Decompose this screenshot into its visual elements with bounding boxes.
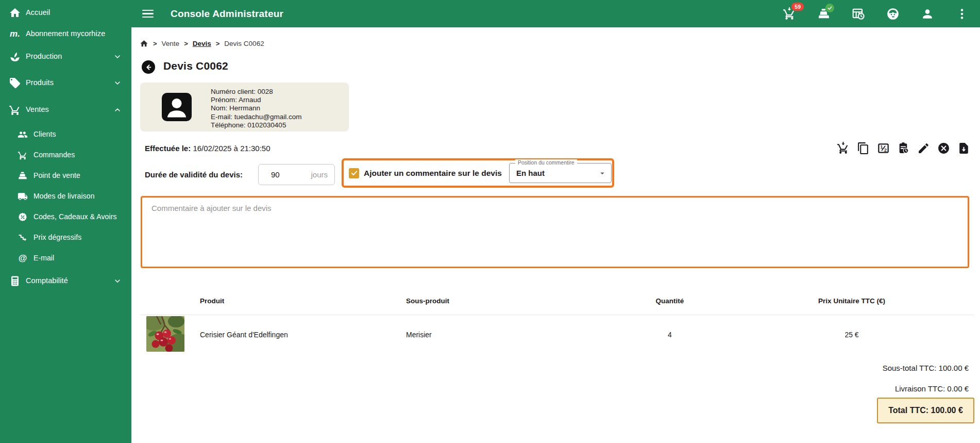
kebab-menu-icon[interactable] <box>955 7 969 21</box>
cart-badge: 59 <box>791 3 804 11</box>
breadcrumb: > Vente > Devis > Devis C0062 <box>140 39 264 48</box>
comment-position-select[interactable]: Position du commentire En haut <box>509 163 612 183</box>
sidebar-item-clients[interactable]: Clients <box>0 128 131 141</box>
check-badge-icon <box>825 4 834 12</box>
sidebar-item-label: Modes de livraison <box>33 192 95 200</box>
customer-lastname: Nom: Herrmann <box>211 104 302 112</box>
mycorhize-logo-icon: m. <box>9 28 21 40</box>
sidebar-item-modes-livraison[interactable]: Modes de livraison <box>0 190 131 203</box>
sidebar-item-codes-cadeaux[interactable]: Codes, Cadeaux & Avoirs <box>0 210 131 224</box>
sidebar-item-production[interactable]: Production <box>0 50 131 63</box>
sidebar-item-comptabilite[interactable]: Comptabilité <box>0 274 131 288</box>
product-image <box>146 316 184 352</box>
sprout-icon <box>9 51 21 63</box>
copy-icon[interactable] <box>857 142 870 155</box>
validity-field: jours <box>258 164 335 185</box>
home-icon <box>9 7 21 19</box>
chevron-up-icon <box>113 106 122 114</box>
breadcrumb-devis[interactable]: Devis <box>193 40 211 47</box>
sidebar-item-accueil[interactable]: Accueil <box>0 6 131 20</box>
chevron-down-icon <box>113 277 122 285</box>
svg-text:1: 1 <box>880 144 883 150</box>
chevron-down-icon <box>113 53 122 61</box>
cell-sub-product: Merisier <box>406 331 432 339</box>
svg-text:2: 2 <box>884 147 887 153</box>
sidebar-item-label: Codes, Cadeaux & Avoirs <box>33 212 117 221</box>
sidebar-item-label: Comptabilité <box>26 276 68 285</box>
sidebar-item-email[interactable]: @ E-mail <box>0 252 131 265</box>
add-comment-label[interactable]: Ajouter un commentaire sur le devis <box>364 169 502 178</box>
total-ttc-box: Total TTC: 100.00 € <box>877 398 974 423</box>
discount-seal-icon <box>18 212 28 222</box>
arrow-left-icon <box>144 63 153 72</box>
cell-unit-price: 25 € <box>800 331 903 339</box>
calendar-clock-icon[interactable] <box>852 7 865 21</box>
at-sign-icon: @ <box>18 253 28 264</box>
menu-icon[interactable] <box>142 10 154 18</box>
sidebar-item-commandes[interactable]: Commandes <box>0 149 131 162</box>
cash-register-icon <box>18 171 28 181</box>
support-agent-icon[interactable] <box>886 7 900 21</box>
pencil-icon[interactable] <box>917 142 930 155</box>
customer-phone: Téléphone: 0102030405 <box>211 121 302 129</box>
file-download-icon[interactable] <box>957 142 970 155</box>
cash-register-icon[interactable] <box>817 7 831 21</box>
sidebar-item-label: Commandes <box>33 151 75 159</box>
cell-quantity: 4 <box>639 331 701 339</box>
clipboard-clock-icon[interactable] <box>897 142 910 155</box>
tag-icon <box>9 77 21 89</box>
comment-toggle-group: Ajouter un commentaire sur le devis Posi… <box>342 158 614 188</box>
people-icon <box>18 129 28 140</box>
breadcrumb-separator: > <box>184 40 188 47</box>
sidebar-item-label: Abonnement mycorhize <box>26 29 105 38</box>
cart-icon <box>9 104 21 116</box>
customer-firstname: Prénom: Arnaud <box>211 96 302 104</box>
validity-days-input[interactable] <box>271 170 307 179</box>
app-title: Console Administrateur <box>171 8 283 20</box>
sidebar-item-prix-degressifs[interactable]: Prix dégressifs <box>0 231 131 244</box>
add-comment-checkbox[interactable] <box>349 168 359 178</box>
breadcrumb-devis-c0062[interactable]: Devis C0062 <box>224 40 264 47</box>
calculator-icon <box>9 275 21 287</box>
created-at-label: Effectuée le: <box>145 144 191 153</box>
comment-textarea[interactable] <box>141 196 969 268</box>
created-at: Effectuée le: 16/02/2025 à 21:30:50 <box>145 144 271 153</box>
check-icon <box>350 169 358 177</box>
stairs-down-icon <box>18 233 28 243</box>
main-content: > Vente > Devis > Devis C0062 Devis C006… <box>131 27 980 443</box>
col-header-produit: Produit <box>200 297 224 305</box>
app-bar: Console Administrateur 59 <box>131 0 980 27</box>
sidebar-item-label: Accueil <box>26 8 50 17</box>
account-icon[interactable] <box>921 7 934 21</box>
fraction-one-half-icon[interactable]: 12 <box>877 142 890 155</box>
page-title: Devis C0062 <box>163 60 228 72</box>
sidebar-item-label: Production <box>26 52 62 60</box>
sidebar-item-label: Prix dégressifs <box>33 233 81 241</box>
sidebar-item-ventes[interactable]: Ventes <box>0 103 131 117</box>
breadcrumb-vente[interactable]: Vente <box>162 40 180 47</box>
back-button[interactable] <box>142 60 155 74</box>
cart-arrow-down-icon[interactable] <box>837 142 850 155</box>
quote-actions: 12 <box>837 142 970 155</box>
created-at-value: 16/02/2025 à 21:30:50 <box>193 144 270 153</box>
col-header-prix: Prix Unitaire TTC (€) <box>800 297 903 305</box>
sidebar-item-label: Clients <box>33 130 56 138</box>
sidebar-item-produits[interactable]: Produits <box>0 76 131 90</box>
validity-label: Durée de validité du devis: <box>145 170 243 179</box>
sidebar-item-label: Produits <box>26 78 54 87</box>
total-ttc: Total TTC: 100.00 € <box>888 406 963 415</box>
sidebar-item-abonnement[interactable]: m. Abonnement mycorhize <box>0 27 131 41</box>
table-divider <box>140 315 974 315</box>
breadcrumb-home-icon[interactable] <box>140 39 148 48</box>
cart-arrow-down-icon[interactable]: 59 <box>783 7 796 21</box>
comment-position-label: Position du commentire <box>515 159 577 166</box>
customer-card: Numéro client: 0028 Prénom: Arnaud Nom: … <box>140 83 349 132</box>
breadcrumb-separator: > <box>153 40 157 47</box>
chevron-down-icon <box>113 79 122 87</box>
sidebar: Accueil m. Abonnement mycorhize Producti… <box>0 0 131 443</box>
cancel-icon[interactable] <box>937 142 950 155</box>
sidebar-item-point-de-vente[interactable]: Point de vente <box>0 169 131 183</box>
shipping-ttc: Livraison TTC: 0.00 € <box>895 384 969 393</box>
truck-icon <box>18 191 28 202</box>
cart-icon <box>18 150 28 160</box>
